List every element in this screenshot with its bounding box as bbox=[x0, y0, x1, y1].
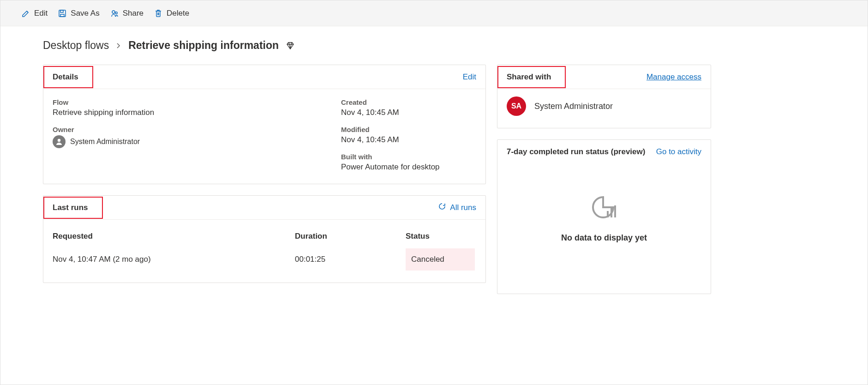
modified-value: Nov 4, 10:45 AM bbox=[341, 135, 476, 144]
svg-point-4 bbox=[115, 12, 117, 13]
delete-icon bbox=[154, 9, 163, 18]
edit-button[interactable]: Edit bbox=[21, 9, 48, 18]
details-edit-link[interactable]: Edit bbox=[463, 72, 476, 82]
created-label: Created bbox=[341, 98, 476, 106]
svg-rect-7 bbox=[607, 211, 609, 217]
last-runs-title: Last runs bbox=[43, 197, 103, 219]
modified-label: Modified bbox=[341, 126, 476, 133]
edit-button-label: Edit bbox=[34, 9, 48, 18]
run-status-title: 7-day completed run status (preview) bbox=[507, 147, 645, 156]
breadcrumb-current: Retrieve shipping information bbox=[128, 39, 279, 52]
svg-rect-8 bbox=[611, 208, 612, 217]
save-as-button[interactable]: Save As bbox=[58, 9, 99, 18]
shared-with-card: Shared with Manage access SA System Admi… bbox=[497, 65, 711, 128]
edit-icon bbox=[21, 9, 30, 18]
command-bar: Edit Save As Share Delete bbox=[0, 0, 868, 26]
shared-with-title: Shared with bbox=[497, 66, 566, 88]
avatar: SA bbox=[507, 96, 526, 116]
run-duration: 00:01:25 bbox=[295, 248, 406, 271]
svg-rect-2 bbox=[60, 14, 64, 17]
manage-access-link[interactable]: Manage access bbox=[647, 72, 701, 82]
go-to-activity-link[interactable]: Go to activity bbox=[656, 147, 701, 156]
refresh-icon bbox=[438, 202, 446, 213]
runs-table-header: Requested Duration Status bbox=[43, 220, 485, 248]
share-icon bbox=[110, 9, 119, 18]
shared-entry: SA System Administrator bbox=[497, 89, 711, 128]
builtwith-label: Built with bbox=[341, 153, 476, 161]
save-as-button-label: Save As bbox=[71, 9, 99, 18]
share-button-label: Share bbox=[123, 9, 144, 18]
run-requested: Nov 4, 10:47 AM (2 mo ago) bbox=[53, 248, 295, 271]
table-row[interactable]: Nov 4, 10:47 AM (2 mo ago) 00:01:25 Canc… bbox=[43, 248, 485, 271]
all-runs-label: All runs bbox=[450, 203, 476, 212]
shared-name: System Administrator bbox=[534, 102, 613, 111]
breadcrumb-root[interactable]: Desktop flows bbox=[43, 39, 109, 52]
share-button[interactable]: Share bbox=[110, 9, 144, 18]
person-icon bbox=[53, 135, 66, 148]
no-data-text: No data to display yet bbox=[561, 233, 647, 243]
pie-chart-icon bbox=[589, 192, 619, 222]
owner-label: Owner bbox=[53, 126, 341, 133]
builtwith-value: Power Automate for desktop bbox=[341, 162, 476, 172]
flow-value: Retrieve shipping information bbox=[53, 108, 341, 117]
save-as-icon bbox=[58, 9, 67, 18]
run-status: Canceled bbox=[406, 248, 475, 271]
col-status: Status bbox=[406, 232, 476, 241]
col-duration: Duration bbox=[295, 232, 406, 241]
flow-label: Flow bbox=[53, 98, 341, 106]
svg-rect-9 bbox=[614, 205, 616, 217]
delete-button-label: Delete bbox=[167, 9, 189, 18]
svg-rect-5 bbox=[156, 11, 160, 17]
svg-point-6 bbox=[58, 139, 60, 142]
owner-name: System Administrator bbox=[70, 138, 140, 146]
svg-point-3 bbox=[112, 11, 115, 13]
chevron-right-icon bbox=[115, 39, 122, 52]
details-card: Details Edit Flow Retrieve shipping info… bbox=[43, 65, 486, 184]
run-status-card: 7-day completed run status (preview) Go … bbox=[497, 139, 711, 294]
details-title: Details bbox=[43, 66, 93, 88]
delete-button[interactable]: Delete bbox=[154, 9, 189, 18]
col-requested: Requested bbox=[53, 232, 295, 241]
all-runs-link[interactable]: All runs bbox=[438, 202, 476, 213]
breadcrumb: Desktop flows Retrieve shipping informat… bbox=[43, 39, 835, 52]
last-runs-card: Last runs All runs Requested Duration St… bbox=[43, 195, 486, 283]
svg-rect-0 bbox=[59, 10, 66, 17]
svg-rect-1 bbox=[60, 10, 63, 12]
created-value: Nov 4, 10:45 AM bbox=[341, 108, 476, 117]
premium-icon bbox=[285, 41, 295, 51]
